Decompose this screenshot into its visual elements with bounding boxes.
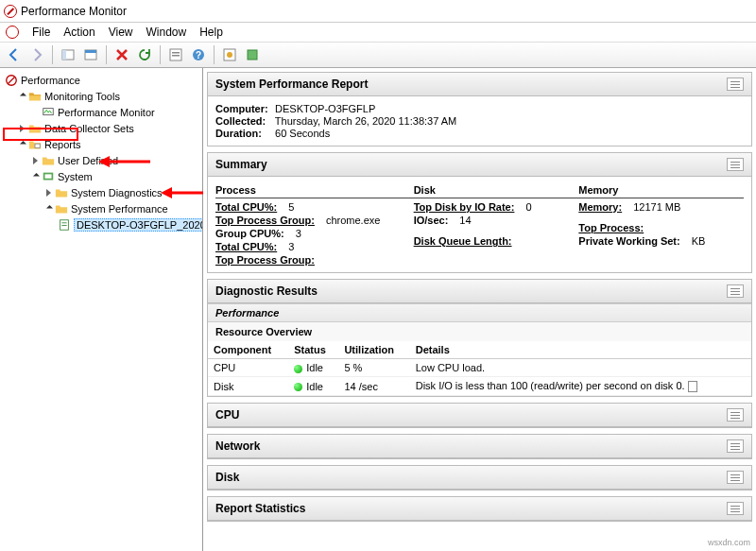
performance-subheader: Performance: [208, 303, 751, 321]
tree-reports[interactable]: Reports: [0, 136, 202, 152]
tree-sys-perf[interactable]: System Performance: [0, 200, 202, 216]
disk-section[interactable]: Disk: [207, 465, 752, 491]
util-value: 14 /sec: [338, 377, 409, 396]
svg-text:?: ?: [196, 50, 201, 60]
table-row: CPU Idle 5 % Low CPU load.: [208, 359, 751, 377]
properties-button[interactable]: [165, 44, 186, 65]
label[interactable]: Top Process Group:: [215, 254, 315, 266]
report-header-panel: System Performance Report Computer: DESK…: [207, 72, 752, 146]
label[interactable]: Top Disk by IO Rate:: [414, 201, 515, 213]
expand-icon[interactable]: [17, 91, 27, 101]
watermark: wsxdn.com: [708, 538, 750, 547]
folder-icon: [28, 90, 42, 103]
folder-icon: [55, 186, 68, 199]
expand-icon[interactable]: [30, 171, 41, 181]
tree-dcs[interactable]: Data Collector Sets: [0, 120, 202, 136]
details-value: Disk I/O is less than 100 (read/write) p…: [416, 380, 685, 391]
network-section[interactable]: Network: [207, 434, 752, 459]
separator: [52, 45, 53, 64]
tree-monitoring-tools[interactable]: Monitoring Tools: [0, 88, 202, 104]
menu-icon[interactable]: [727, 408, 744, 422]
label: Group CPU%:: [215, 228, 284, 239]
tree-system[interactable]: System: [0, 168, 202, 184]
menu-icon[interactable]: [727, 77, 744, 91]
window-title: Performance Monitor: [21, 5, 127, 18]
col-utilization: Utilization: [338, 341, 409, 359]
expand-icon[interactable]: [17, 123, 27, 133]
label[interactable]: Disk Queue Length:: [414, 235, 512, 247]
menu-window[interactable]: Window: [146, 26, 187, 39]
label: Computer:: [215, 103, 272, 114]
menu-icon[interactable]: [727, 439, 744, 453]
tree-sys-diag[interactable]: System Diagnostics: [0, 184, 202, 200]
menu-icon[interactable]: [727, 471, 744, 484]
back-button[interactable]: [4, 44, 25, 65]
resource-table: Component Status Utilization Details CPU…: [208, 341, 751, 396]
forward-button[interactable]: [26, 44, 47, 65]
expand-icon[interactable]: [43, 187, 54, 198]
value: chrome.exe: [326, 215, 380, 226]
cpu-link[interactable]: CPU: [214, 362, 235, 373]
show-hide-button[interactable]: [58, 44, 78, 65]
expand-icon[interactable]: [30, 155, 41, 165]
duration-value: 60 Seconds: [275, 128, 330, 139]
table-row: Disk Idle 14 /sec Disk I/O is less than …: [208, 377, 751, 396]
menu-help[interactable]: Help: [199, 26, 223, 39]
refresh-button[interactable]: [134, 44, 155, 65]
monitor-icon: [42, 106, 55, 119]
label[interactable]: Total CPU%:: [215, 201, 277, 213]
diagnostic-panel: Diagnostic Results Performance Resource …: [207, 279, 752, 397]
new-window-button[interactable]: [80, 44, 101, 65]
folder-icon: [55, 202, 68, 215]
disk-heading: Disk: [414, 182, 579, 198]
stats-section[interactable]: Report Statistics: [207, 496, 752, 522]
label[interactable]: Memory:: [578, 201, 622, 213]
menu-icon[interactable]: [727, 158, 744, 171]
menu-icon[interactable]: [727, 502, 744, 515]
status-value: Idle: [306, 381, 323, 392]
value: 3: [296, 228, 301, 239]
label[interactable]: Top Process Group:: [215, 215, 315, 226]
content-pane[interactable]: System Performance Report Computer: DESK…: [203, 68, 756, 551]
delete-button[interactable]: [112, 44, 132, 65]
disk-link[interactable]: Disk: [214, 381, 233, 392]
run-button[interactable]: [242, 44, 263, 65]
tree-root[interactable]: Performance: [0, 72, 202, 88]
report-icon: [58, 218, 71, 232]
menu-icon[interactable]: [727, 284, 744, 298]
tree-perfmon[interactable]: Performance Monitor: [0, 104, 202, 120]
svg-line-13: [9, 77, 15, 83]
value: 14: [459, 215, 471, 226]
report-title: System Performance Report: [215, 77, 368, 91]
menu-view[interactable]: View: [109, 26, 133, 39]
label: Collected:: [215, 115, 272, 127]
expand-icon[interactable]: [43, 203, 54, 214]
report-meta: Computer: DESKTOP-O3FGFLP Collected: Thu…: [208, 96, 751, 146]
folder-icon: [42, 154, 55, 167]
settings-button[interactable]: [219, 44, 240, 65]
label[interactable]: Total CPU%:: [215, 241, 277, 252]
tree-label: Monitoring Tools: [44, 91, 120, 102]
summary-body: Process Total CPU%:5 Top Process Group:c…: [208, 177, 751, 272]
tree-label: User Defined: [58, 155, 118, 166]
document-icon[interactable]: [688, 381, 697, 392]
tree-user-defined[interactable]: User Defined: [0, 152, 202, 168]
col-details: Details: [410, 341, 751, 359]
tree-report-leaf[interactable]: DESKTOP-O3FGFLP_20200326: [0, 216, 202, 232]
cpu-section[interactable]: CPU: [207, 403, 752, 428]
expand-icon[interactable]: [17, 139, 27, 149]
menu-file[interactable]: File: [32, 26, 50, 39]
help-button[interactable]: ?: [188, 44, 209, 65]
menu-action[interactable]: Action: [63, 26, 94, 39]
svg-rect-6: [172, 55, 180, 57]
tree-label: Reports: [44, 139, 81, 150]
toolbar: ?: [0, 42, 756, 68]
summary-header: Summary: [208, 153, 751, 177]
process-heading: Process: [215, 182, 414, 198]
tree-label: DESKTOP-O3FGFLP_20200326: [74, 218, 203, 232]
label[interactable]: Top Process:: [578, 222, 644, 233]
svg-rect-1: [62, 50, 66, 60]
separator: [160, 45, 161, 64]
report-title-bar: System Performance Report: [208, 73, 751, 96]
computer-value: DESKTOP-O3FGFLP: [275, 103, 375, 114]
